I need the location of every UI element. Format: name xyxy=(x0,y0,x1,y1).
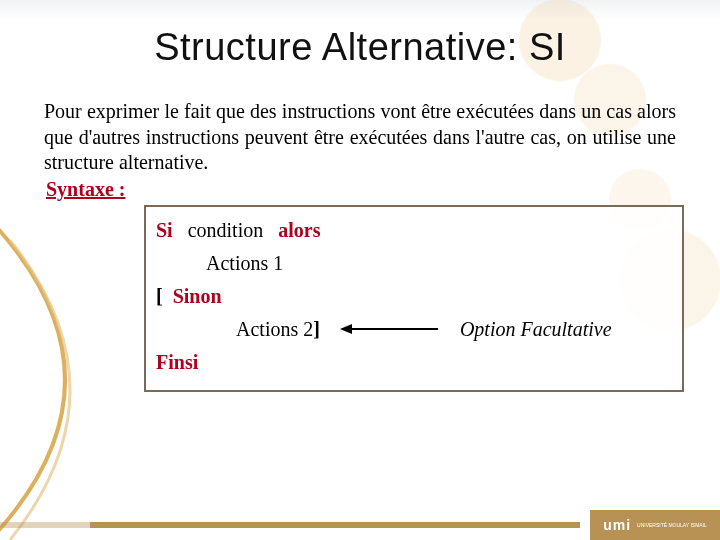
bracket-close: ] xyxy=(313,318,320,340)
bracket-open: [ xyxy=(156,285,163,307)
syntax-box: Si condition alors Actions 1 [ Sinon Act… xyxy=(144,205,684,392)
keyword-alors: alors xyxy=(278,219,320,241)
syntax-label: Syntaxe : xyxy=(46,178,676,201)
code-line-actions2: Actions 2] Option Facultative xyxy=(156,314,672,345)
keyword-finsi: Finsi xyxy=(156,351,198,373)
code-line-actions1: Actions 1 xyxy=(156,248,672,279)
arrow-icon xyxy=(340,320,440,338)
option-facultative-label: Option Facultative xyxy=(460,314,612,345)
code-condition: condition xyxy=(188,219,264,241)
footer-bar xyxy=(90,522,580,528)
intro-paragraph: Pour exprimer le fait que des instructio… xyxy=(44,99,676,176)
code-line-sinon: [ Sinon xyxy=(156,281,672,312)
footer: umi UNIVERSITÉ MOULAY ISMAIL xyxy=(0,510,720,540)
svg-marker-1 xyxy=(340,324,352,334)
keyword-si: Si xyxy=(156,219,173,241)
keyword-sinon-text: Sinon xyxy=(173,285,222,307)
footer-logo-sub: UNIVERSITÉ MOULAY ISMAIL xyxy=(637,523,707,528)
footer-logo: umi UNIVERSITÉ MOULAY ISMAIL xyxy=(590,510,720,540)
code-line-finsi: Finsi xyxy=(156,347,672,378)
code-line-si: Si condition alors xyxy=(156,215,672,246)
code-actions2: Actions 2 xyxy=(236,318,313,340)
slide-title: Structure Alternative: SI xyxy=(44,26,676,69)
footer-logo-main: umi xyxy=(603,517,631,533)
